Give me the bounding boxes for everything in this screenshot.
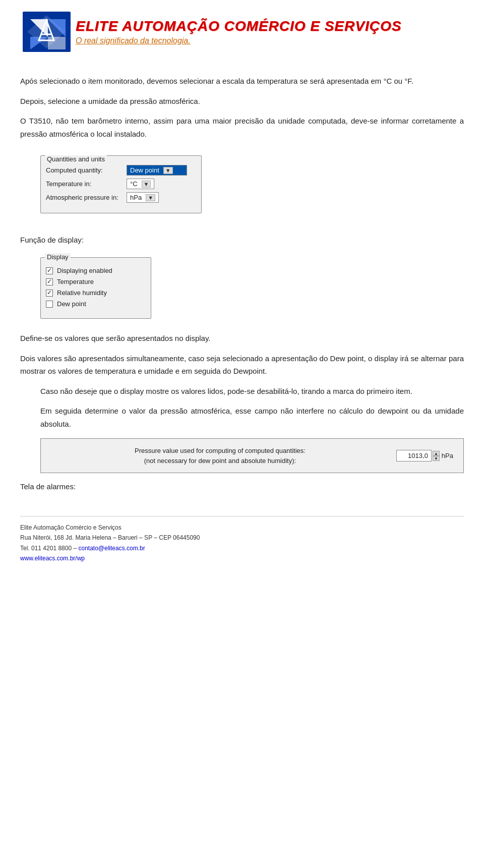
paragraph-7: Caso não deseje que o display mostre os …: [40, 385, 464, 398]
footer-phone: Tel. 011 4201 8800 –: [20, 545, 77, 552]
paragraph-5: Define-se os valores que serão apresenta…: [20, 332, 464, 345]
display-function-label: Função de display:: [20, 236, 464, 244]
paragraph-8: Em seguida determine o valor da pressão …: [40, 404, 464, 430]
footer-website-link[interactable]: www.eliteacs.com.br/wp: [20, 555, 85, 562]
pressure-input-group: 1013,0 ▲ ▼ hPa: [396, 450, 453, 461]
pressure-dialog: Pressure value used for computing of com…: [40, 438, 464, 473]
paragraph-1: Após selecionado o item monitorado, deve…: [20, 75, 464, 88]
display-row-0: Displaying enabled: [46, 267, 143, 274]
computed-quantity-dropdown[interactable]: Dew point ▼: [127, 165, 187, 176]
footer-address: Rua Niterói, 168 Jd. Maria Helena – Baru…: [20, 533, 464, 543]
temperature-dropdown[interactable]: °C ▼: [127, 179, 154, 189]
temperature-checkbox[interactable]: [46, 278, 53, 285]
display-dialog: Display Displaying enabled Temperature R…: [40, 257, 151, 319]
displaying-enabled-checkbox[interactable]: [46, 267, 53, 274]
pressure-unit-label: hPa: [442, 452, 453, 459]
pressure-up-button[interactable]: ▲: [433, 451, 440, 456]
display-row-2: Relative humidity: [46, 289, 143, 297]
atmospheric-pressure-arrow[interactable]: ▼: [146, 194, 155, 201]
header: ELITE AUTOMAÇÃO COMÉRCIO E SERVIÇOS O re…: [20, 0, 464, 60]
dew-point-checkbox[interactable]: [46, 301, 53, 308]
display-dialog-inner: Displaying enabled Temperature Relative …: [46, 267, 143, 308]
footer-website: www.eliteacs.com.br/wp: [20, 553, 464, 563]
atmospheric-pressure-label: Atmospheric pressure in:: [46, 194, 127, 201]
pressure-value-input[interactable]: 1013,0: [396, 450, 432, 461]
display-dialog-wrapper: Display Displaying enabled Temperature R…: [40, 249, 151, 327]
temperature-arrow[interactable]: ▼: [142, 181, 151, 188]
svg-marker-5: [48, 37, 66, 49]
pressure-spinner[interactable]: ▲ ▼: [433, 451, 440, 461]
pressure-label-line1: Pressure value used for computing of com…: [135, 447, 306, 454]
quantities-dialog-wrapper: Quantities and units Computed quantity: …: [40, 147, 202, 221]
footer-company: Elite Automação Comércio e Serviços: [20, 523, 464, 533]
computed-quantity-arrow[interactable]: ▼: [163, 167, 173, 174]
display-dialog-title: Display: [45, 253, 71, 261]
header-title-block: ELITE AUTOMAÇÃO COMÉRCIO E SERVIÇOS O re…: [76, 18, 401, 45]
company-logo: [20, 9, 76, 54]
main-content: Após selecionado o item monitorado, deve…: [20, 75, 464, 491]
paragraph-6: Dois valores são apresentados simultanea…: [20, 352, 464, 378]
relative-humidity-label: Relative humidity: [57, 289, 107, 297]
temperature-value: °C: [130, 180, 138, 188]
footer-email-link[interactable]: contato@eliteacs.com.br: [78, 545, 145, 552]
display-row-3: Dew point: [46, 300, 143, 308]
paragraph-2: Depois, selecione a umidade da pressão a…: [20, 95, 464, 108]
relative-humidity-checkbox[interactable]: [46, 290, 53, 297]
display-row-1: Temperature: [46, 278, 143, 285]
dew-point-label: Dew point: [57, 300, 86, 308]
footer-contact: Tel. 011 4201 8800 – contato@eliteacs.co…: [20, 543, 464, 553]
computed-quantity-row: Computed quantity: Dew point ▼: [46, 165, 193, 176]
paragraph-3: O T3510, não tem barômetro interno, assi…: [20, 114, 464, 140]
quantities-dialog-title: Quantities and units: [45, 155, 107, 163]
footer: Elite Automação Comércio e Serviços Rua …: [20, 516, 464, 564]
atmospheric-pressure-value: hPa: [130, 194, 142, 201]
pressure-dialog-wrapper: Pressure value used for computing of com…: [40, 438, 464, 473]
quantities-dialog-inner: Computed quantity: Dew point ▼ Temperatu…: [46, 165, 193, 203]
temperature-row: Temperature in: °C ▼: [46, 179, 193, 189]
quantities-dialog: Quantities and units Computed quantity: …: [40, 155, 202, 213]
atmospheric-pressure-dropdown[interactable]: hPa ▼: [127, 192, 159, 203]
page: ELITE AUTOMAÇÃO COMÉRCIO E SERVIÇOS O re…: [0, 0, 484, 584]
atmospheric-pressure-row: Atmospheric pressure in: hPa ▼: [46, 192, 193, 203]
computed-quantity-label: Computed quantity:: [46, 166, 127, 174]
header-tagline: O real significado da tecnologia.: [76, 36, 191, 45]
pressure-down-button[interactable]: ▼: [433, 456, 440, 461]
temperature-label: Temperature in:: [46, 180, 127, 188]
pressure-dialog-label: Pressure value used for computing of com…: [51, 446, 389, 466]
temperature-checkbox-label: Temperature: [57, 278, 94, 285]
computed-quantity-value: Dew point: [130, 166, 159, 174]
header-company-name: ELITE AUTOMAÇÃO COMÉRCIO E SERVIÇOS: [76, 18, 401, 34]
pressure-label-line2: (not necessary for dew point and absolut…: [144, 457, 296, 465]
alarm-screen-label: Tela de alarmes:: [20, 482, 464, 491]
displaying-enabled-label: Displaying enabled: [57, 267, 112, 274]
